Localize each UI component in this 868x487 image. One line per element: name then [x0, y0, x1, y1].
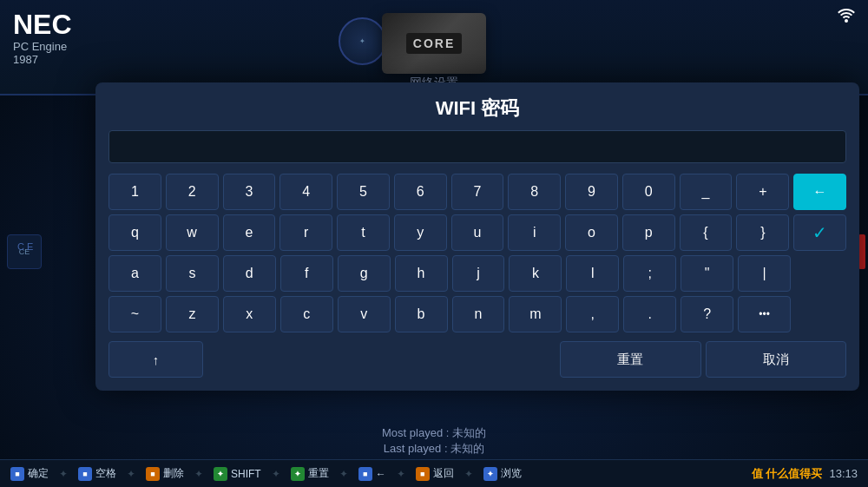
key-z[interactable]: z — [166, 296, 219, 332]
key-row-3: a s d f g h j k l ; " | — [108, 255, 846, 292]
key-underscore[interactable]: _ — [680, 174, 733, 210]
spacer — [207, 341, 556, 378]
status-item-back: ■ 返回 — [416, 466, 454, 481]
space-btn-icon: ■ — [78, 467, 92, 481]
key-k[interactable]: k — [509, 255, 562, 292]
reset-btn-icon: ✦ — [291, 467, 305, 481]
password-input[interactable] — [108, 130, 846, 163]
status-item-delete: ■ 删除 — [146, 466, 184, 481]
key-e[interactable]: e — [223, 214, 276, 251]
key-p[interactable]: p — [622, 214, 675, 251]
key-ellipsis[interactable]: ••• — [738, 296, 791, 332]
key-l[interactable]: l — [566, 255, 619, 292]
key-2[interactable]: 2 — [166, 174, 219, 210]
reset-label: 重置 — [308, 466, 329, 481]
key-rbrace[interactable]: } — [736, 214, 789, 251]
key-7[interactable]: 7 — [451, 174, 504, 210]
game-art: ✦ CORE — [347, 9, 521, 78]
key-question[interactable]: ? — [681, 296, 733, 332]
key-v[interactable]: v — [338, 296, 391, 332]
shift-label: SHIFT — [231, 468, 261, 480]
key-q[interactable]: q — [108, 214, 161, 251]
most-played-line: Most played : 未知的 — [382, 425, 486, 441]
key-n[interactable]: n — [452, 296, 505, 332]
key-g[interactable]: g — [338, 255, 391, 292]
key-i[interactable]: i — [508, 214, 561, 251]
keyboard-dialog: WIFI 密码 1 2 3 4 5 6 7 8 9 0 _ + ← q w e … — [95, 82, 859, 391]
status-item-space: ■ 空格 — [78, 466, 116, 481]
key-s[interactable]: s — [166, 255, 219, 292]
last-played-value: 未知的 — [450, 442, 484, 455]
nec-info: NEC PC Engine 1987 — [13, 10, 72, 66]
key-row-1: 1 2 3 4 5 6 7 8 9 0 _ + ← — [108, 174, 846, 210]
key-pipe[interactable]: | — [738, 255, 791, 292]
shift-btn-icon: ✦ — [214, 467, 227, 481]
backspace-key[interactable]: ← — [793, 174, 846, 210]
browse-label: 浏览 — [501, 466, 522, 481]
key-4[interactable]: 4 — [279, 174, 332, 210]
most-played-value: 未知的 — [452, 426, 486, 439]
brand-logo: 值 什么值得买 — [752, 466, 823, 482]
key-t[interactable]: t — [337, 214, 390, 251]
key-comma[interactable]: , — [566, 296, 619, 332]
key-3[interactable]: 3 — [223, 174, 276, 210]
key-o[interactable]: o — [565, 214, 618, 251]
key-period[interactable]: . — [623, 296, 676, 332]
status-item-confirm: ■ 确定 — [10, 466, 49, 481]
check-key[interactable]: ✓ — [793, 214, 846, 251]
left-label: ← — [376, 468, 386, 480]
left-btn-icon: ■ — [358, 467, 372, 481]
key-c[interactable]: c — [280, 296, 333, 332]
key-y[interactable]: y — [394, 214, 447, 251]
cancel-key[interactable]: 取消 — [706, 341, 846, 378]
key-u[interactable]: u — [451, 214, 504, 251]
confirm-btn-icon: ■ — [10, 467, 24, 481]
key-f[interactable]: f — [280, 255, 333, 292]
most-played-label: Most played — [382, 426, 443, 439]
last-played-line: Last played : 未知的 — [382, 441, 486, 457]
delete-label: 删除 — [163, 466, 184, 481]
key-6[interactable]: 6 — [394, 174, 447, 210]
status-item-left: ■ ← — [358, 467, 386, 481]
mid-left-label: C E — [17, 241, 33, 252]
nec-year: 1987 — [13, 53, 72, 66]
key-9[interactable]: 9 — [565, 174, 618, 210]
key-a[interactable]: a — [108, 255, 161, 292]
key-d[interactable]: d — [223, 255, 276, 292]
time-display: 13:13 — [829, 467, 858, 480]
core-label: CORE — [406, 33, 462, 54]
key-0[interactable]: 0 — [622, 174, 675, 210]
reset-key[interactable]: 重置 — [560, 341, 700, 378]
key-h[interactable]: h — [395, 255, 448, 292]
key-lbrace[interactable]: { — [680, 214, 733, 251]
space-label: 空格 — [95, 466, 116, 481]
shift-key[interactable]: ↑ — [108, 341, 203, 378]
status-item-shift: ✦ SHIFT — [214, 467, 261, 481]
left-badge: CE — [7, 234, 42, 269]
last-played-label: Last played — [384, 442, 442, 455]
key-m[interactable]: m — [509, 296, 562, 332]
key-8[interactable]: 8 — [508, 174, 561, 210]
back-label: 返回 — [433, 466, 454, 481]
key-x[interactable]: x — [223, 296, 276, 332]
back-btn-icon: ■ — [416, 467, 430, 481]
key-1[interactable]: 1 — [108, 174, 161, 210]
key-semicolon[interactable]: ; — [623, 255, 676, 292]
key-row-2: q w e r t y u i o p { } ✓ — [108, 214, 846, 251]
nec-title: NEC — [13, 10, 72, 38]
key-b[interactable]: b — [395, 296, 448, 332]
key-5[interactable]: 5 — [337, 174, 390, 210]
status-item-browse: ✦ 浏览 — [483, 466, 522, 481]
key-tilde[interactable]: ~ — [108, 296, 161, 332]
bottom-info: Most played : 未知的 Last played : 未知的 — [382, 425, 486, 457]
status-bar: ■ 确定 ✦ ■ 空格 ✦ ■ 删除 ✦ ✦ SHIFT ✦ ✦ 重置 ✦ ■ … — [0, 459, 868, 487]
key-r[interactable]: r — [279, 214, 332, 251]
status-item-reset: ✦ 重置 — [291, 466, 329, 481]
check-icon: ✓ — [812, 222, 827, 243]
key-w[interactable]: w — [166, 214, 219, 251]
nec-subtitle: PC Engine — [13, 40, 72, 53]
key-plus[interactable]: + — [736, 174, 789, 210]
key-quote[interactable]: " — [681, 255, 733, 292]
key-j[interactable]: j — [452, 255, 505, 292]
delete-btn-icon: ■ — [146, 467, 160, 481]
